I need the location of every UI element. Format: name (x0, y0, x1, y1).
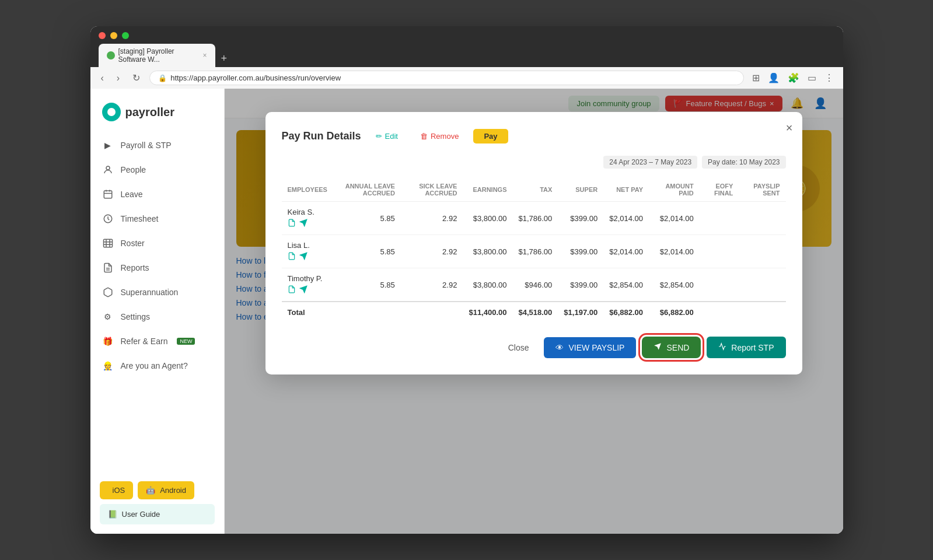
total-sick-leave (401, 302, 463, 323)
view-payslip-btn[interactable]: 👁 VIEW PAYSLIP (544, 337, 636, 358)
send-label: SEND (666, 343, 689, 352)
nav-label-timesheet: Timesheet (121, 214, 159, 223)
total-earnings: $11,400.00 (463, 302, 512, 323)
sidebar-item-settings[interactable]: ⚙ Settings (90, 304, 224, 329)
super-icon (102, 286, 114, 298)
nav-label-refer: Refer & Earn (121, 337, 168, 346)
menu-btn[interactable]: ⋮ (822, 71, 836, 85)
sidebar-item-reports[interactable]: Reports (90, 256, 224, 280)
nav-label-payroll: Payroll & STP (121, 141, 172, 150)
puzzle-btn[interactable]: 🧩 (785, 71, 802, 85)
emp-payslip-0 (739, 202, 785, 235)
col-tax: TAX (513, 178, 558, 202)
stp-icon (718, 342, 726, 352)
total-label: Total (282, 302, 333, 323)
report-stp-btn[interactable]: Report STP (707, 337, 785, 358)
modal-close-btn[interactable]: × (786, 121, 793, 135)
reload-btn[interactable]: ↻ (129, 71, 144, 85)
pay-run-details-modal: Pay Run Details ✏ Edit 🗑 Remove Pay × (265, 112, 802, 374)
col-super: SUPER (558, 178, 603, 202)
eye-icon: 👁 (555, 343, 564, 352)
modal-header: Pay Run Details ✏ Edit 🗑 Remove Pay (282, 128, 786, 144)
sidebar-nav: ▶ Payroll & STP People Leave (90, 133, 224, 472)
sidebar-item-timesheet[interactable]: Timesheet (90, 206, 224, 231)
emp-eofy-2 (700, 268, 739, 302)
browser-tab-active[interactable]: [staging] Payroller Software W... × (99, 44, 215, 67)
col-net-pay: NET PAY (603, 178, 649, 202)
emp-netpay-2: $2,854.00 (603, 268, 649, 302)
back-btn[interactable]: ‹ (97, 72, 107, 85)
tab-close-btn[interactable]: × (202, 51, 207, 60)
new-tab-btn[interactable]: + (216, 50, 232, 67)
emp-earnings-2: $3,800.00 (463, 268, 512, 302)
emp-super-1: $399.00 (558, 235, 603, 268)
traffic-light-red[interactable] (99, 32, 106, 39)
table-row: Lisa L. 5.85 2.92 $3,800.00 $1,786.00 $3… (282, 235, 786, 268)
col-sick-leave: SICK LEAVE ACCRUED (401, 178, 463, 202)
svg-rect-3 (103, 239, 112, 247)
new-badge: NEW (177, 338, 195, 345)
user-guide-link[interactable]: 📗 User Guide (100, 504, 215, 524)
total-annual-leave (333, 302, 401, 323)
sidebar-item-leave[interactable]: Leave (90, 182, 224, 206)
col-earnings: EARNINGS (463, 178, 512, 202)
extensions-btn[interactable]: ⊞ (750, 71, 762, 85)
totals-row: Total $11,400.00 $4,518.00 $1,197.00 $6,… (282, 302, 786, 323)
sidebar-item-people[interactable]: People (90, 158, 224, 182)
android-icon: 🤖 (146, 486, 155, 495)
emp-doc-icon-0[interactable] (288, 219, 296, 229)
emp-netpay-0: $2,014.00 (603, 202, 649, 235)
sidebar-item-refer[interactable]: 🎁 Refer & Earn NEW (90, 329, 224, 354)
col-employees: EMPLOYEES (282, 178, 333, 202)
send-btn[interactable]: SEND (642, 337, 701, 358)
edit-btn[interactable]: ✏ Edit (368, 128, 406, 144)
agent-icon: 👷 (102, 360, 114, 372)
emp-doc-icon-1[interactable] (288, 252, 296, 262)
close-footer-btn[interactable]: Close (499, 338, 539, 357)
pay-btn[interactable]: Pay (473, 129, 508, 144)
col-amount-paid: AMOUNT PAID (649, 178, 700, 202)
people-icon (102, 164, 114, 176)
emp-cell-0: Keira S. (282, 202, 333, 235)
modal-title: Pay Run Details (282, 130, 361, 142)
emp-name-1: Lisa L. (288, 241, 327, 250)
emp-tax-1: $1,786.00 (513, 235, 558, 268)
emp-super-2: $399.00 (558, 268, 603, 302)
logo-text: payroller (125, 106, 174, 119)
edit-label: Edit (385, 132, 398, 141)
profile-btn[interactable]: 👤 (766, 71, 782, 85)
table-row: Timothy P. 5.85 2.92 $3,800.00 $946.00 $… (282, 268, 786, 302)
sidebar-item-roster[interactable]: Roster (90, 231, 224, 256)
ios-btn[interactable]: iOS (100, 481, 134, 499)
emp-name-2: Timothy P. (288, 274, 327, 283)
sidebar-item-payroll[interactable]: ▶ Payroll & STP (90, 133, 224, 158)
roster-icon (102, 237, 114, 249)
emp-doc-icon-2[interactable] (288, 285, 296, 295)
nav-label-leave: Leave (121, 190, 143, 199)
emp-sick-2: 2.92 (401, 268, 463, 302)
total-eofy (700, 302, 739, 323)
android-btn[interactable]: 🤖 Android (138, 481, 194, 499)
emp-amountpaid-1: $2,014.00 (649, 235, 700, 268)
forward-btn[interactable]: › (113, 72, 123, 85)
emp-send-icon-1[interactable] (299, 252, 307, 262)
emp-eofy-0 (700, 202, 739, 235)
url-bar[interactable]: 🔒 https://app.payroller.com.au/business/… (149, 71, 743, 85)
emp-amountpaid-0: $2,014.00 (649, 202, 700, 235)
remove-btn[interactable]: 🗑 Remove (413, 128, 466, 144)
emp-send-icon-2[interactable] (299, 285, 307, 295)
emp-send-icon-0[interactable] (299, 219, 307, 229)
sidebar-item-agent[interactable]: 👷 Are you an Agent? (90, 354, 224, 378)
payrun-table: EMPLOYEES ANNUAL LEAVE ACCRUED SICK LEAV… (282, 178, 786, 323)
traffic-light-yellow[interactable] (110, 32, 117, 39)
total-tax: $4,518.00 (513, 302, 558, 323)
nav-label-agent: Are you an Agent? (121, 361, 188, 370)
svg-marker-9 (655, 343, 662, 350)
sidebar-btn[interactable]: ▭ (805, 71, 819, 85)
sidebar-item-super[interactable]: Superannuation (90, 280, 224, 304)
reports-icon (102, 262, 114, 274)
traffic-light-green[interactable] (122, 32, 129, 39)
emp-earnings-1: $3,800.00 (463, 235, 512, 268)
emp-cell-2: Timothy P. (282, 268, 333, 302)
user-guide-label: User Guide (122, 510, 160, 519)
